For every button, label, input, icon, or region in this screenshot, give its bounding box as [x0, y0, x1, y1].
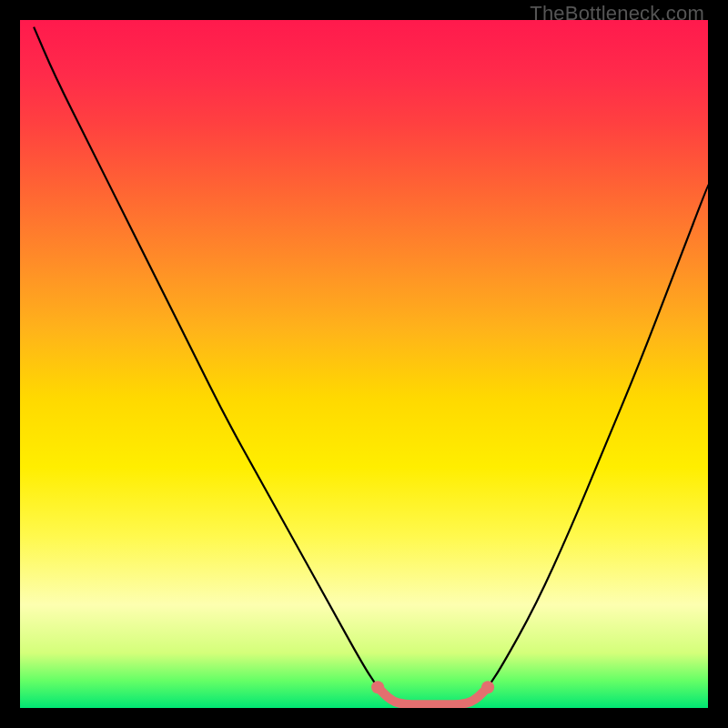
curve-flat-path: [378, 687, 488, 704]
chart-container: TheBottleneck.com: [0, 0, 728, 728]
curve-layer: [20, 20, 708, 708]
marker-dot: [371, 681, 384, 693]
markers-group: [371, 681, 494, 693]
curve-right-path: [488, 185, 708, 687]
plot-area: [20, 20, 708, 708]
watermark-text: TheBottleneck.com: [530, 2, 704, 25]
curve-left-path: [34, 27, 378, 688]
marker-dot: [481, 681, 494, 693]
